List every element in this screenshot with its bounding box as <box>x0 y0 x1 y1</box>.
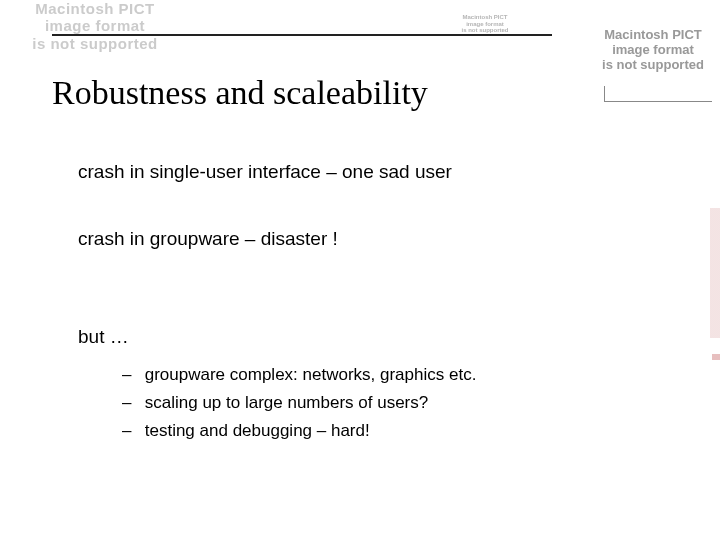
dash-icon: – <box>122 420 140 442</box>
pict-line-3: is not supported <box>0 35 190 52</box>
slide: Macintosh PICT image format is not suppo… <box>0 0 720 540</box>
sub-bullet-item: – testing and debugging – hard! <box>122 420 638 442</box>
sub-bullet-text: groupware complex: networks, graphics et… <box>145 365 477 384</box>
slide-title: Robustness and scaleability <box>52 74 428 112</box>
corner-box-decor <box>604 86 712 102</box>
body-line-3: but … <box>78 325 638 350</box>
sub-bullet-item: – scaling up to large numbers of users? <box>122 392 638 414</box>
pict-line-3: is not supported <box>588 58 718 73</box>
pict-line-1: Macintosh PICT <box>588 28 718 43</box>
sub-bullet-text: testing and debugging – hard! <box>145 421 370 440</box>
dash-icon: – <box>122 392 140 414</box>
sub-bullet-text: scaling up to large numbers of users? <box>145 393 429 412</box>
pict-error-right: Macintosh PICT image format is not suppo… <box>588 28 718 73</box>
body-line-1: crash in single-user interface – one sad… <box>78 160 638 185</box>
pict-line-1: Macintosh PICT <box>420 14 550 21</box>
sub-bullet-item: – groupware complex: networks, graphics … <box>122 364 638 386</box>
pict-line-2: image format <box>420 21 550 28</box>
dash-icon: – <box>122 364 140 386</box>
pict-error-top-left: Macintosh PICT image format is not suppo… <box>0 0 190 52</box>
pict-line-2: image format <box>588 43 718 58</box>
pict-error-tiny: Macintosh PICT image format is not suppo… <box>420 14 550 34</box>
sub-bullet-list: – groupware complex: networks, graphics … <box>122 364 638 442</box>
pict-line-3: is not supported <box>420 27 550 34</box>
slide-body: crash in single-user interface – one sad… <box>78 160 638 448</box>
body-line-2: crash in groupware – disaster ! <box>78 227 638 252</box>
right-red-strip <box>710 208 720 338</box>
pict-line-2: image format <box>0 17 190 34</box>
pict-line-1: Macintosh PICT <box>0 0 190 17</box>
right-red-dot <box>712 354 720 360</box>
